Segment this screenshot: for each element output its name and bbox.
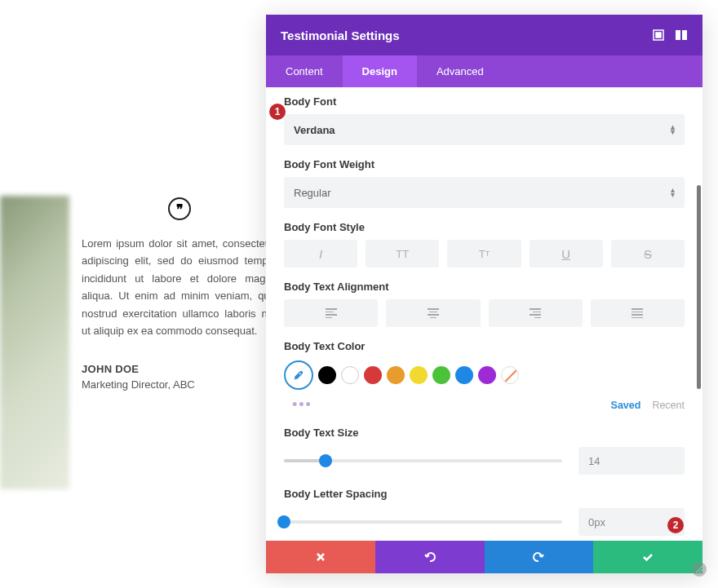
align-center-button[interactable] [386, 299, 480, 327]
body-font-select[interactable]: Verdana ▴▾ [284, 114, 685, 145]
color-swatch-blue[interactable] [455, 366, 473, 384]
more-colors-icon[interactable]: ••• [292, 396, 312, 413]
underline-button[interactable]: U [530, 240, 603, 267]
annotation-badge-2: 2 [667, 517, 684, 533]
check-icon [641, 550, 654, 564]
uppercase-button[interactable]: TT [366, 240, 439, 267]
color-swatch-row [284, 360, 685, 390]
label-body-text-color: Body Text Color [284, 340, 685, 352]
undo-icon [423, 550, 437, 564]
label-body-font-weight: Body Font Weight [284, 158, 685, 170]
color-swatch-green[interactable] [432, 366, 450, 384]
alignment-buttons [284, 299, 685, 327]
resize-handle-icon[interactable] [692, 562, 707, 577]
color-swatch-yellow[interactable] [410, 366, 428, 384]
panel-footer [266, 541, 702, 573]
undo-button[interactable] [375, 541, 485, 573]
testimonial-body-text: Lorem ipsum dolor sit amet, consectetur … [82, 235, 277, 340]
caret-icon: ▴▾ [671, 188, 675, 197]
letter-spacing-slider-thumb[interactable] [277, 515, 290, 528]
color-swatch-black[interactable] [318, 366, 336, 384]
tab-content[interactable]: Content [266, 55, 343, 87]
text-size-slider[interactable] [284, 459, 562, 462]
settings-panel: Testimonial Settings Content Design Adva… [266, 15, 702, 573]
color-swatch-orange[interactable] [387, 366, 405, 384]
close-icon [315, 551, 326, 563]
align-justify-button[interactable] [591, 299, 685, 327]
letter-spacing-slider[interactable] [284, 520, 562, 524]
panel-body: Body Font Verdana ▴▾ Body Font Weight Re… [266, 87, 702, 541]
label-body-text-alignment: Body Text Alignment [284, 281, 685, 293]
text-size-slider-thumb[interactable] [319, 454, 332, 467]
testimonial-preview: ❞ Lorem ipsum dolor sit amet, consectetu… [82, 197, 277, 391]
color-swatch-none[interactable] [501, 366, 519, 384]
saved-colors-tab[interactable]: Saved [611, 400, 641, 411]
body-font-value: Verdana [294, 124, 335, 136]
tabs-bar: Content Design Advanced [266, 55, 702, 87]
svg-rect-1 [656, 33, 661, 38]
panel-layout-icon[interactable] [675, 29, 688, 42]
annotation-badge-1: 1 [269, 104, 286, 120]
smallcaps-button[interactable]: TT [447, 240, 521, 267]
color-swatch-red[interactable] [364, 366, 382, 384]
svg-rect-3 [682, 30, 687, 40]
tab-advanced[interactable]: Advanced [417, 55, 503, 87]
redo-icon [532, 550, 545, 564]
strikethrough-button[interactable]: S [611, 240, 685, 267]
align-left-button[interactable] [284, 299, 378, 327]
body-font-weight-select[interactable]: Regular ▴▾ [284, 177, 685, 208]
svg-rect-2 [676, 30, 680, 40]
eyedropper-button[interactable] [284, 360, 313, 390]
label-body-font-style: Body Font Style [284, 221, 685, 233]
label-body-letter-spacing: Body Letter Spacing [284, 488, 685, 500]
body-font-weight-value: Regular [294, 187, 331, 199]
label-body-text-size: Body Text Size [284, 427, 685, 439]
cancel-button[interactable] [266, 541, 375, 573]
save-button[interactable] [593, 541, 702, 573]
scrollbar[interactable] [697, 185, 701, 389]
italic-button[interactable]: I [284, 240, 357, 267]
quote-icon: ❞ [168, 197, 191, 220]
text-size-input[interactable]: 14 [578, 447, 685, 475]
caret-icon: ▴▾ [671, 125, 675, 135]
panel-title: Testimonial Settings [281, 29, 642, 42]
background-image [0, 196, 69, 489]
color-swatch-white[interactable] [341, 366, 359, 384]
testimonial-role: Marketing Director, ABC [82, 378, 277, 391]
tab-design[interactable]: Design [343, 55, 417, 87]
font-style-buttons: I TT TT U S [284, 240, 685, 267]
panel-header: Testimonial Settings [266, 15, 702, 55]
align-right-button[interactable] [489, 299, 583, 327]
expand-icon[interactable] [652, 29, 665, 42]
label-body-font: Body Font [284, 95, 685, 108]
redo-button[interactable] [485, 541, 594, 573]
color-swatch-purple[interactable] [478, 366, 496, 384]
testimonial-author: JOHN DOE [82, 363, 277, 375]
recent-colors-tab[interactable]: Recent [652, 400, 685, 411]
